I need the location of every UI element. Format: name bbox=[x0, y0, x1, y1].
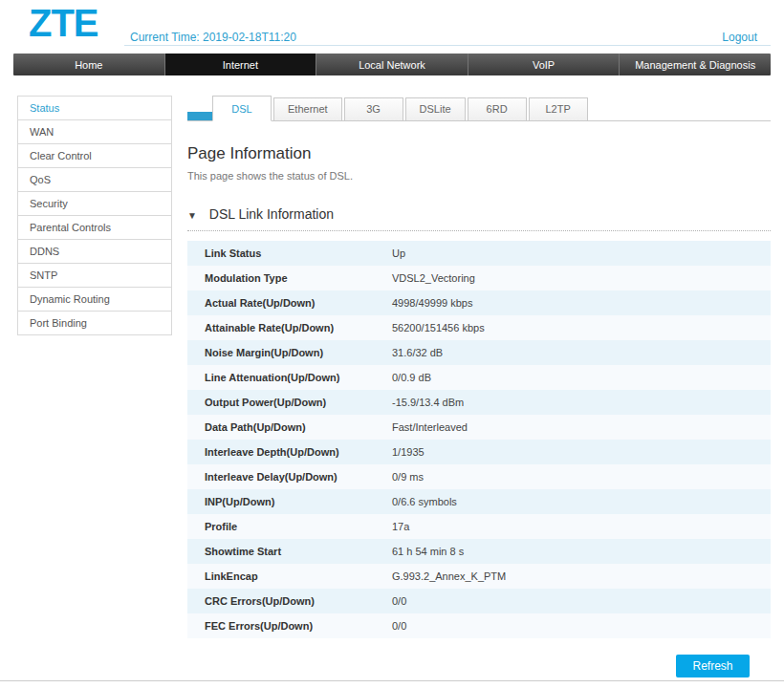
table-row: Data Path(Up/Down) Fast/Interleaved bbox=[187, 415, 771, 440]
collapse-arrow-icon[interactable]: ▼ bbox=[187, 210, 197, 221]
sidebar: Status WAN Clear Control QoS Security Pa… bbox=[17, 96, 172, 335]
table-row: FEC Errors(Up/Down) 0/0 bbox=[187, 613, 771, 638]
row-value: VDSL2_Vectoring bbox=[392, 272, 475, 284]
tab[interactable]: 6RD bbox=[468, 97, 527, 120]
sidebar-item-label: Parental Controls bbox=[30, 222, 111, 233]
sidebar-item[interactable]: Parental Controls bbox=[18, 216, 171, 240]
page-description: This page shows the status of DSL. bbox=[187, 170, 771, 182]
tab[interactable]: L2TP bbox=[529, 97, 588, 120]
row-value: -15.9/13.4 dBm bbox=[392, 397, 464, 408]
row-value: Up bbox=[392, 247, 405, 259]
nav-item[interactable]: Local Network bbox=[316, 54, 468, 75]
table-row: Actual Rate(Up/Down) 4998/49999 kbps bbox=[187, 290, 771, 315]
sidebar-item[interactable]: WAN bbox=[18, 120, 171, 144]
row-value: 0/0 bbox=[392, 595, 406, 607]
tab[interactable]: DSL bbox=[212, 96, 272, 121]
tab[interactable]: 3G bbox=[344, 97, 403, 120]
tab-label: Ethernet bbox=[288, 103, 328, 115]
sidebar-item-label: Dynamic Routing bbox=[30, 293, 110, 305]
row-value: 61 h 54 min 8 s bbox=[392, 546, 464, 557]
tab[interactable]: Ethernet bbox=[273, 97, 342, 120]
table-row: Profile 17a bbox=[187, 514, 771, 539]
sidebar-item[interactable]: Dynamic Routing bbox=[18, 288, 171, 312]
row-label: FEC Errors(Up/Down) bbox=[187, 620, 392, 632]
sidebar-item[interactable]: QoS bbox=[18, 168, 171, 192]
sidebar-item-label: Port Binding bbox=[30, 317, 87, 329]
row-label: Showtime Start bbox=[187, 546, 392, 557]
table-row: Line Attenuation(Up/Down) 0/0.9 dB bbox=[187, 365, 771, 390]
sidebar-item-label: Security bbox=[30, 198, 68, 209]
sidebar-item-label: Clear Control bbox=[30, 150, 92, 161]
table-row: Noise Margin(Up/Down) 31.6/32 dB bbox=[187, 340, 771, 365]
sidebar-item-label: QoS bbox=[30, 174, 51, 185]
row-value: 0/0 bbox=[392, 620, 406, 632]
nav-item-label: Internet bbox=[223, 59, 258, 71]
current-time-label: Current Time: 2019-02-18T11:20 bbox=[130, 31, 296, 44]
nav-item-label: Home bbox=[75, 59, 102, 71]
tab-strip-marker bbox=[187, 112, 212, 120]
row-value: Fast/Interleaved bbox=[392, 421, 468, 433]
tab-label: L2TP bbox=[545, 103, 570, 115]
header-divider bbox=[124, 45, 771, 46]
table-row: Modulation Type VDSL2_Vectoring bbox=[187, 266, 771, 290]
row-value: 17a bbox=[392, 521, 409, 532]
sidebar-item[interactable]: SNTP bbox=[18, 264, 171, 288]
row-label: INP(Up/Down) bbox=[187, 496, 392, 507]
table-row: CRC Errors(Up/Down) 0/0 bbox=[187, 589, 771, 613]
table-row: Interleave Delay(Up/Down) 0/9 ms bbox=[187, 464, 771, 489]
page-title: Page Information bbox=[187, 144, 771, 163]
zte-logo: ZTE bbox=[29, 2, 98, 45]
sidebar-item-label: WAN bbox=[30, 126, 54, 138]
nav-item[interactable]: VoIP bbox=[468, 54, 621, 75]
refresh-button[interactable]: Refresh bbox=[676, 655, 750, 677]
tab[interactable]: DSLite bbox=[405, 97, 466, 120]
sidebar-item[interactable]: Clear Control bbox=[18, 144, 171, 168]
sidebar-item[interactable]: Port Binding bbox=[18, 312, 171, 335]
row-label: Noise Margin(Up/Down) bbox=[187, 347, 392, 358]
row-label: LinkEncap bbox=[187, 570, 392, 582]
sidebar-item-label: DDNS bbox=[30, 246, 59, 257]
nav-item[interactable]: Home bbox=[13, 54, 165, 75]
tab-label: DSLite bbox=[420, 103, 451, 115]
row-value: 0/0.9 dB bbox=[392, 372, 431, 383]
nav-item-label: Management & Diagnosis bbox=[635, 59, 755, 71]
page-bottom-divider bbox=[0, 680, 784, 681]
table-row: Output Power(Up/Down) -15.9/13.4 dBm bbox=[187, 390, 771, 415]
main-nav: Home Internet Local Network VoIP Managem… bbox=[13, 54, 771, 75]
row-value: 4998/49999 kbps bbox=[392, 297, 472, 309]
table-row: Link Status Up bbox=[187, 241, 771, 266]
table-row: LinkEncap G.993.2_Annex_K_PTM bbox=[187, 564, 771, 589]
dsl-info-table: Link Status Up Modulation Type VDSL2_Vec… bbox=[187, 241, 771, 638]
row-label: Link Status bbox=[187, 247, 392, 259]
row-value: 1/1935 bbox=[392, 446, 425, 458]
section-title: DSL Link Information bbox=[209, 206, 334, 222]
row-value: G.993.2_Annex_K_PTM bbox=[392, 570, 506, 582]
row-value: 0/9 ms bbox=[392, 471, 424, 483]
table-row: Interleave Depth(Up/Down) 1/1935 bbox=[187, 440, 771, 464]
sidebar-item-label: SNTP bbox=[30, 269, 57, 281]
row-label: Actual Rate(Up/Down) bbox=[187, 297, 392, 309]
nav-item[interactable]: Management & Diagnosis bbox=[620, 54, 771, 75]
logout-link[interactable]: Logout bbox=[722, 31, 757, 44]
tab-label: DSL bbox=[231, 103, 251, 115]
row-label: Interleave Depth(Up/Down) bbox=[187, 446, 392, 458]
button-row: Refresh bbox=[187, 655, 771, 677]
row-label: Attainable Rate(Up/Down) bbox=[187, 322, 392, 333]
table-row: Showtime Start 61 h 54 min 8 s bbox=[187, 539, 771, 564]
dsl-link-information-section-header[interactable]: ▼ DSL Link Information bbox=[187, 206, 771, 231]
nav-item[interactable]: Internet bbox=[165, 54, 317, 75]
table-row: INP(Up/Down) 0/6.6 symbols bbox=[187, 489, 771, 514]
header: ZTE Current Time: 2019-02-18T11:20 Logou… bbox=[0, 0, 784, 54]
tab-label: 3G bbox=[366, 103, 381, 115]
sidebar-item[interactable]: DDNS bbox=[18, 240, 171, 264]
tab-strip: DSL Ethernet 3G DSLite 6RD L2TP bbox=[187, 96, 771, 121]
row-label: Data Path(Up/Down) bbox=[187, 421, 392, 433]
row-label: Output Power(Up/Down) bbox=[187, 397, 392, 408]
sidebar-item[interactable]: Status bbox=[18, 97, 171, 120]
table-row: Attainable Rate(Up/Down) 56200/151456 kb… bbox=[187, 315, 771, 340]
nav-item-label: Local Network bbox=[359, 59, 425, 71]
row-value: 56200/151456 kbps bbox=[392, 322, 485, 333]
row-label: CRC Errors(Up/Down) bbox=[187, 595, 392, 607]
nav-item-label: VoIP bbox=[533, 59, 555, 71]
sidebar-item[interactable]: Security bbox=[18, 192, 171, 216]
